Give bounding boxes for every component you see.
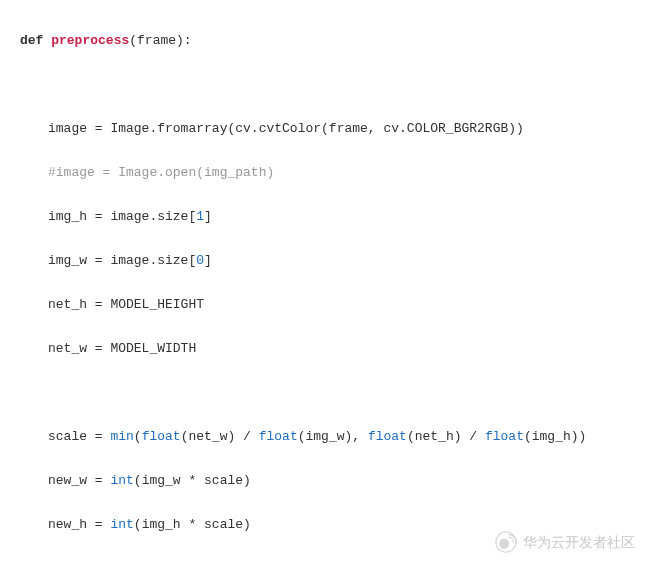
comment-line: #image = Image.open(img_path) [20, 162, 653, 184]
code-line: new_w = int(img_w * scale) [20, 470, 653, 492]
blank-line [20, 74, 653, 96]
code-line: image = Image.fromarray(cv.cvtColor(fram… [20, 118, 653, 140]
keyword-def: def [20, 33, 43, 48]
function-name: preprocess [51, 33, 129, 48]
blank-line [20, 558, 653, 580]
signature: (frame): [129, 33, 191, 48]
code-line: net_h = MODEL_HEIGHT [20, 294, 653, 316]
code-line: img_w = image.size[0] [20, 250, 653, 272]
code-block: def preprocess(frame): image = Image.fro… [0, 0, 653, 583]
blank-line [20, 382, 653, 404]
code-line: def preprocess(frame): [20, 30, 653, 52]
code-line: net_w = MODEL_WIDTH [20, 338, 653, 360]
code-line: img_h = image.size[1] [20, 206, 653, 228]
code-line: new_h = int(img_h * scale) [20, 514, 653, 536]
code-line: scale = min(float(net_w) / float(img_w),… [20, 426, 653, 448]
